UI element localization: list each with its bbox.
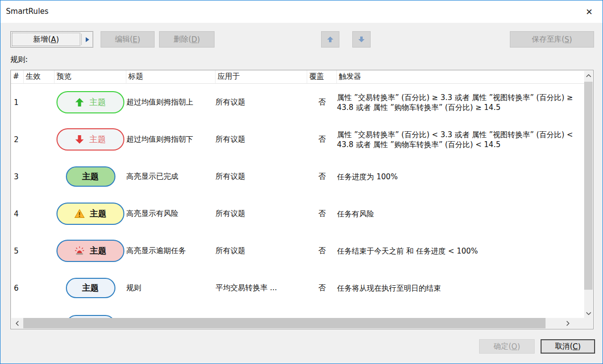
rule-override: 否	[307, 135, 337, 144]
rule-title: 超过均值则拇指朝上	[126, 98, 216, 107]
preview-badge: 主题	[56, 240, 124, 262]
table-row[interactable]: 4 主题 高亮显示有风险 所有议题 否 任务有风险	[11, 195, 584, 232]
smartrules-dialog: SmartRules ✕ 新增(A) 编辑(E) 删除(D) 保存至库(S) 规…	[0, 0, 603, 364]
save-to-library-button[interactable]: 保存至库(S)	[510, 31, 594, 48]
titlebar: SmartRules ✕	[0, 0, 603, 23]
row-number: 5	[11, 247, 24, 256]
add-dropdown-button[interactable]	[82, 32, 93, 47]
row-number: 3	[11, 172, 24, 181]
preview-badge: 主题	[56, 203, 124, 225]
preview-badge: 主题	[56, 91, 124, 113]
delete-button[interactable]: 删除(D)	[159, 31, 215, 48]
header-override: 覆盖	[307, 70, 337, 83]
table-body: 1 主题 超过均值则拇指朝上 所有议题 否 属性 ”交易转换率” (百分比) ≥…	[11, 84, 584, 318]
header-preview: 预览	[55, 70, 126, 83]
thumb-down-arrow-icon	[75, 135, 84, 144]
rule-trigger: 任务有风险	[337, 209, 584, 219]
rules-table: # 生效 预览 标题 应用于 覆盖 触发器 1 主题 超过均值则拇指朝上 所有议	[10, 70, 594, 329]
rule-title: 高亮显示有风险	[126, 209, 216, 218]
add-button-label[interactable]: 新增(A)	[12, 33, 80, 46]
rule-applies-to: 所有议题	[216, 209, 307, 218]
rule-trigger: 任务将从现在执行至明日的结束	[337, 283, 584, 293]
horizontal-scroll-thumb[interactable]	[23, 318, 546, 328]
alarm-siren-icon	[74, 246, 85, 256]
up-arrow-icon	[327, 36, 334, 43]
rule-title: 超过均值则拇指朝下	[126, 135, 216, 144]
chevron-right-icon	[566, 320, 570, 326]
scroll-up-button[interactable]	[584, 71, 593, 81]
move-down-button[interactable]	[352, 31, 371, 48]
rule-title: 高亮显示已完成	[126, 172, 216, 181]
thumb-up-arrow-icon	[75, 98, 84, 107]
row-number: 2	[11, 135, 24, 144]
row-number: 4	[11, 209, 24, 218]
rule-title: 高亮显示逾期任务	[126, 246, 216, 256]
table-row[interactable]: 5 主题 高亮显示逾期任务 所有议题 否 任务结束于今天之前 和 任务进度 < …	[11, 232, 584, 269]
header-title: 标题	[126, 70, 216, 83]
table-row[interactable]: 3 主题 高亮显示已完成 所有议题 否 任务进度为 100%	[11, 158, 584, 195]
rule-override: 否	[307, 209, 337, 218]
scroll-left-button[interactable]	[12, 318, 22, 328]
ok-button[interactable]: 确定(O)	[479, 339, 535, 354]
close-icon[interactable]: ✕	[583, 6, 595, 18]
chevron-up-icon	[586, 74, 592, 78]
rule-override: 否	[307, 98, 337, 107]
chevron-down-icon	[586, 312, 592, 315]
rule-applies-to: 所有议题	[216, 98, 307, 107]
rule-trigger: 属性 ”交易转换率” (百分比) ≥ 3.3 或者 属性 ”视图转换率” (百分…	[337, 93, 584, 112]
rule-applies-to: 所有议题	[216, 135, 307, 144]
vertical-scrollbar[interactable]	[584, 71, 593, 318]
header-applies-to: 应用于	[216, 70, 307, 83]
horizontal-scrollbar[interactable]	[11, 318, 593, 328]
rule-trigger: 属性 ”交易转换率” (百分比) < 3.3 或者 属性 ”视图转换率” (百分…	[337, 130, 584, 150]
preview-badge: 主题	[66, 166, 115, 187]
table-row[interactable]: 2 主题 超过均值则拇指朝下 所有议题 否 属性 ”交易转换率” (百分比) <…	[11, 121, 584, 158]
edit-button[interactable]: 编辑(E)	[101, 31, 155, 48]
rule-trigger: 任务进度为 100%	[337, 172, 584, 182]
move-up-button[interactable]	[321, 31, 339, 48]
row-number: 1	[11, 98, 24, 107]
vertical-scroll-thumb[interactable]	[584, 82, 593, 290]
rule-title: 规则	[126, 283, 216, 293]
table-header: # 生效 预览 标题 应用于 覆盖 触发器	[11, 70, 584, 84]
header-trigger: 触发器	[337, 70, 584, 83]
rule-override: 否	[307, 172, 337, 181]
warning-triangle-icon	[74, 209, 85, 218]
header-enabled: 生效	[24, 70, 55, 83]
window-title: SmartRules	[6, 0, 49, 23]
preview-badge: 主题	[66, 278, 115, 298]
cancel-button[interactable]: 取消(C)	[541, 339, 595, 354]
rule-override: 否	[307, 246, 337, 256]
rules-label: 规则:	[10, 55, 28, 64]
preview-badge: 主题	[56, 128, 124, 151]
add-button[interactable]: 新增(A)	[10, 31, 93, 48]
rule-trigger: 任务结束于今天之前 和 任务进度 < 100%	[337, 246, 584, 256]
table-row[interactable]: 6 主题 规则 平均交易转换率 ... 否 任务将从现在执行至明日的结束	[11, 269, 584, 307]
scroll-right-button[interactable]	[563, 318, 573, 328]
scroll-down-button[interactable]	[584, 309, 593, 318]
row-number: 6	[11, 284, 24, 293]
dropdown-triangle-icon	[86, 37, 89, 42]
header-number: #	[11, 70, 24, 83]
table-row[interactable]	[11, 307, 584, 318]
down-arrow-icon	[358, 36, 365, 43]
rule-applies-to: 所有议题	[216, 172, 307, 181]
rule-applies-to: 平均交易转换率 ...	[216, 283, 307, 293]
rule-applies-to: 所有议题	[216, 246, 307, 256]
chevron-left-icon	[15, 320, 19, 326]
table-row[interactable]: 1 主题 超过均值则拇指朝上 所有议题 否 属性 ”交易转换率” (百分比) ≥…	[11, 84, 584, 121]
rule-override: 否	[307, 283, 337, 293]
